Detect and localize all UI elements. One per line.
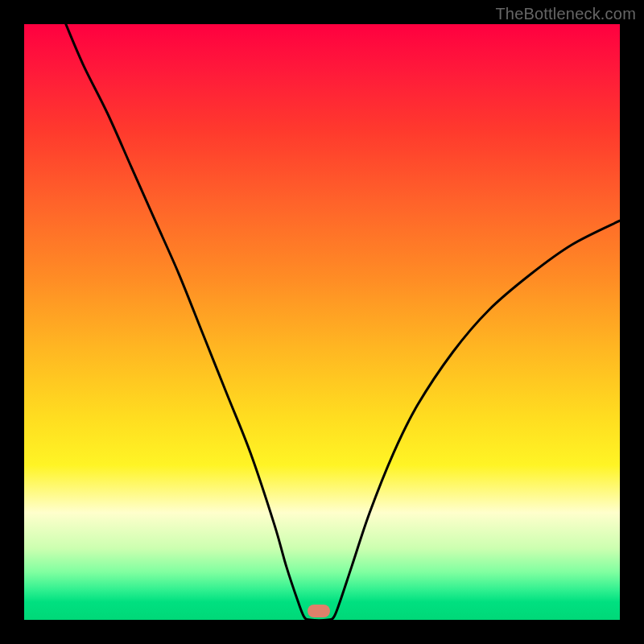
plot-area: [24, 24, 620, 620]
watermark-text: TheBottleneck.com: [495, 5, 636, 23]
optimal-marker: [308, 605, 330, 617]
chart-stage: TheBottleneck.com: [0, 0, 644, 644]
bottleneck-curve: [24, 24, 620, 620]
